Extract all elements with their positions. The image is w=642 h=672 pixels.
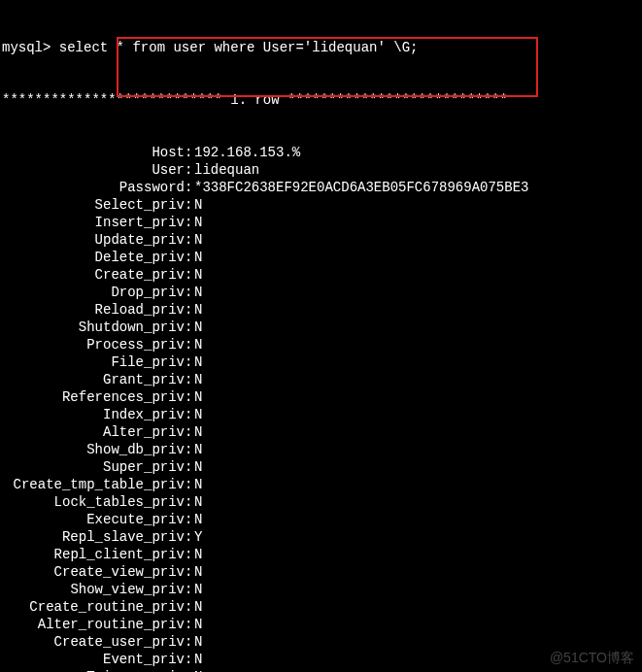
field-separator: : (185, 336, 194, 353)
result-row: Show_db_priv: N (2, 441, 640, 458)
field-value: N (194, 388, 202, 406)
result-row: Update_priv: N (2, 231, 640, 249)
field-separator: : (185, 406, 194, 423)
field-separator: : (185, 458, 194, 476)
result-row: Drop_priv: N (2, 284, 640, 301)
field-label: Create_priv (2, 266, 185, 284)
field-value: N (194, 196, 202, 214)
result-row: Reload_priv: N (2, 301, 640, 319)
field-separator: : (185, 546, 194, 563)
field-separator: : (185, 161, 194, 179)
field-label: Index_priv (2, 406, 185, 423)
row-separator: *************************** 1. row *****… (2, 91, 640, 109)
field-value: N (194, 371, 202, 388)
field-label: Host (2, 144, 185, 161)
field-separator: : (185, 633, 194, 651)
result-row: Lock_tables_priv: N (2, 493, 640, 511)
field-label: Repl_slave_priv (2, 528, 185, 546)
field-label: Show_view_priv (2, 581, 185, 598)
field-label: Select_priv (2, 196, 185, 214)
field-value: N (194, 284, 202, 301)
field-value: N (194, 266, 202, 284)
field-value: N (194, 319, 202, 336)
field-value: N (194, 231, 202, 249)
field-value: N (194, 301, 202, 319)
field-label: References_priv (2, 388, 185, 406)
field-label: Create_tmp_table_priv (2, 476, 185, 493)
field-separator: : (185, 598, 194, 616)
field-separator: : (185, 353, 194, 371)
result-row: Execute_priv: N (2, 511, 640, 528)
field-value: N (194, 406, 202, 423)
prompt-line: mysql> select * from user where User='li… (2, 39, 640, 56)
result-row: Event_priv: N (2, 651, 640, 668)
field-value: N (194, 581, 202, 598)
result-row: Show_view_priv: N (2, 581, 640, 598)
field-value: N (194, 214, 202, 231)
field-separator: : (185, 563, 194, 581)
result-row: Host: 192.168.153.% (2, 144, 640, 161)
field-value: N (194, 336, 202, 353)
field-label: Password (2, 179, 185, 196)
result-row: Create_routine_priv: N (2, 598, 640, 616)
field-label: Reload_priv (2, 301, 185, 319)
result-row: Grant_priv: N (2, 371, 640, 388)
field-label: Alter_routine_priv (2, 616, 185, 633)
field-value: N (194, 353, 202, 371)
field-value: N (194, 249, 202, 266)
field-value: N (194, 493, 202, 511)
field-separator: : (185, 196, 194, 214)
field-label: Insert_priv (2, 214, 185, 231)
mysql-prompt: mysql> (2, 39, 59, 56)
field-separator: : (185, 651, 194, 668)
field-label: Event_priv (2, 651, 185, 668)
field-value: N (194, 476, 202, 493)
result-row: Create_priv: N (2, 266, 640, 284)
field-value: N (194, 511, 202, 528)
field-separator: : (185, 528, 194, 546)
result-row: File_priv: N (2, 353, 640, 371)
result-row: Create_user_priv: N (2, 633, 640, 651)
field-separator: : (185, 249, 194, 266)
result-row: Create_tmp_table_priv: N (2, 476, 640, 493)
field-separator: : (185, 388, 194, 406)
field-label: Create_view_priv (2, 563, 185, 581)
result-row: Insert_priv: N (2, 214, 640, 231)
field-value: lidequan (194, 161, 259, 179)
field-separator: : (185, 231, 194, 249)
field-separator: : (185, 616, 194, 633)
terminal-output: mysql> select * from user where User='li… (0, 0, 642, 672)
field-separator: : (185, 423, 194, 441)
result-row: Create_view_priv: N (2, 563, 640, 581)
field-value: Y (194, 528, 202, 546)
field-label: Alter_priv (2, 423, 185, 441)
field-label: Delete_priv (2, 249, 185, 266)
field-separator: : (185, 319, 194, 336)
result-row: Alter_priv: N (2, 423, 640, 441)
result-row: Repl_slave_priv: Y (2, 528, 640, 546)
field-label: Super_priv (2, 458, 185, 476)
field-separator: : (185, 511, 194, 528)
field-separator: : (185, 301, 194, 319)
field-value: N (194, 668, 202, 672)
field-value: N (194, 633, 202, 651)
field-value: *338FC2638EF92E0ACD6A3EB05FC678969A075BE… (194, 179, 528, 196)
result-row: Trigger_priv: N (2, 668, 640, 672)
field-value: N (194, 546, 202, 563)
field-separator: : (185, 144, 194, 161)
result-row: Password: *338FC2638EF92E0ACD6A3EB05FC67… (2, 179, 640, 196)
field-separator: : (185, 476, 194, 493)
result-row: Alter_routine_priv: N (2, 616, 640, 633)
field-label: File_priv (2, 353, 185, 371)
field-label: Trigger_priv (2, 668, 185, 672)
sql-query: select * from user where User='lidequan'… (59, 39, 419, 56)
field-label: Execute_priv (2, 511, 185, 528)
field-value: 192.168.153.% (194, 144, 300, 161)
field-separator: : (185, 284, 194, 301)
watermark: @51CTO博客 (550, 649, 634, 666)
field-value: N (194, 651, 202, 668)
field-value: N (194, 423, 202, 441)
field-separator: : (185, 266, 194, 284)
field-label: Show_db_priv (2, 441, 185, 458)
field-value: N (194, 616, 202, 633)
